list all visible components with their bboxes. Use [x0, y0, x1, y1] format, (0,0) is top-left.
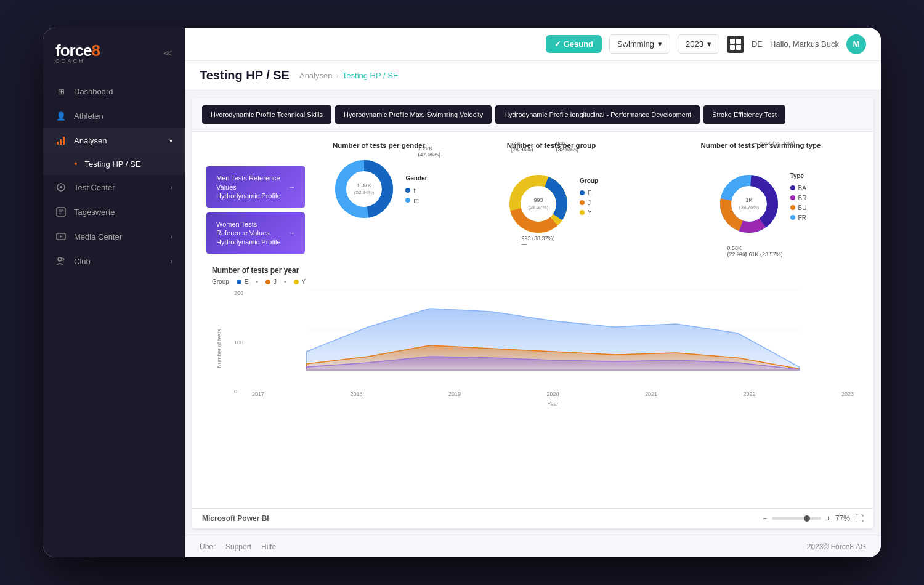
y-labels: 200 100 0 [234, 290, 249, 407]
tab-stroke-efficiency[interactable]: Stroke Efficiency Test [703, 105, 785, 124]
grid-icon[interactable] [727, 36, 744, 53]
svg-marker-10 [60, 235, 63, 238]
chart-swimming-content: — 0.4K (15.34%) [662, 155, 859, 238]
footer-links: Über Support Hilfe [200, 543, 276, 551]
year-dropdown[interactable]: 2023 ▾ [678, 34, 719, 54]
chevron-down-icon: ▾ [169, 137, 172, 144]
legend-title-group: Group [580, 177, 598, 184]
sidebar-item-analysen[interactable]: Analysen ▾ [43, 128, 185, 153]
footer-link-hilfe[interactable]: Hilfe [261, 543, 276, 551]
legend-dot-y [580, 210, 585, 215]
x-label-2018: 2018 [350, 391, 362, 397]
area-dot-e [237, 280, 241, 284]
legend-item-j: J [580, 200, 598, 206]
area-label-e: E [245, 278, 249, 285]
legend-dot-ba [790, 185, 795, 190]
svg-text:993: 993 [533, 197, 543, 203]
zoom-plus-icon[interactable]: + [826, 514, 830, 523]
legend-label-fr: FR [798, 214, 806, 221]
women-ref-button[interactable]: Women Tests Reference ValuesHydrodynamic… [206, 212, 305, 254]
x-axis-title: Year [252, 401, 854, 407]
chevron-right-icon: › [171, 233, 172, 240]
breadcrumb-analysen[interactable]: Analysen [299, 71, 332, 80]
chevron-right-icon: › [171, 258, 172, 265]
charts-area: Men Tests Reference ValuesHydrodynamic P… [192, 132, 873, 508]
user-greeting: Hallo, Markus Buck [770, 39, 839, 49]
group-label-846: 846(32.69%) [556, 140, 578, 153]
x-label-2020: 2020 [546, 391, 559, 397]
y-label-0: 0 [234, 389, 249, 395]
legend-item-bu: BU [790, 204, 807, 211]
area-chart-svg-wrap: 2017 2018 2019 2020 2021 2022 2023 [252, 290, 854, 407]
footer-link-support[interactable]: Support [225, 543, 251, 551]
chart-swimming-type: Number of tests per swimming type — 0.4K… [662, 142, 859, 254]
tab-hydrodynamic-longitudinal[interactable]: Hydrodynamic Profile longitudinal - Perf… [495, 105, 700, 124]
club-icon [55, 256, 67, 267]
area-legend-y: Y [294, 278, 306, 285]
avatar[interactable]: M [846, 34, 866, 54]
zoom-minus-icon[interactable]: − [763, 514, 767, 523]
legend-label-bu: BU [798, 204, 807, 211]
sidebar-item-dashboard[interactable]: ⊞ Dashboard [43, 79, 185, 103]
top-nav: ✓ Gesund Swimming ▾ 2023 ▾ DE Hallo, Mar… [185, 28, 881, 61]
tab-hydrodynamic-technical[interactable]: Hydrodynamic Profile Technical Skills [202, 105, 331, 124]
sidebar-item-label: Media Center [74, 232, 122, 241]
x-label-2019: 2019 [448, 391, 461, 397]
legend-item-fr: FR [790, 214, 807, 221]
chevron-right-icon: › [171, 184, 172, 191]
chevron-down-icon: ▾ [658, 39, 662, 49]
tab-hydrodynamic-max-velocity[interactable]: Hydrodynamic Profile Max. Swimming Veloc… [335, 105, 492, 124]
powerbi-footer: Microsoft Power BI − + 77% ⛶ [192, 508, 873, 528]
tab-row: Hydrodynamic Profile Technical Skills Hy… [192, 98, 873, 132]
y-axis-label: Number of tests [216, 329, 222, 368]
legend-dot-f [405, 188, 410, 193]
legend-label-ba: BA [798, 185, 806, 192]
gesund-button[interactable]: ✓ Gesund [546, 35, 602, 53]
sidebar-header: force8 COACH ≪ [43, 28, 185, 74]
powerbi-container: Hydrodynamic Profile Technical Skills Hy… [185, 91, 881, 536]
sidebar: force8 COACH ≪ ⊞ Dashboard 👤 Athleten [43, 28, 185, 557]
x-label-2017: 2017 [252, 391, 264, 397]
men-ref-button[interactable]: Men Tests Reference ValuesHydrodynamic P… [206, 166, 305, 208]
collapse-sidebar-button[interactable]: ≪ [163, 48, 172, 58]
breadcrumb-current[interactable]: Testing HP / SE [342, 71, 399, 80]
donut-gender: 1.37K (52.94%) [330, 155, 398, 223]
svg-point-15 [352, 177, 376, 201]
grid-cell [730, 39, 735, 44]
zoom-slider[interactable] [772, 517, 821, 520]
swimming-label: Swimming [617, 39, 654, 49]
svg-text:1.37K: 1.37K [357, 182, 372, 188]
sidebar-item-club[interactable]: Club › [43, 249, 185, 273]
gender-legend: Gender f m [405, 175, 427, 204]
svg-rect-0 [57, 142, 59, 145]
group-legend: Group E J [580, 177, 598, 216]
svg-text:(38.37%): (38.37%) [529, 204, 549, 210]
analysen-icon [55, 135, 67, 146]
men-ref-label: Men Tests Reference ValuesHydrodynamic P… [216, 174, 288, 200]
area-legend-j: J [265, 278, 277, 285]
swimming-dropdown[interactable]: Swimming ▾ [609, 34, 670, 54]
sidebar-item-athleten[interactable]: 👤 Athleten [43, 103, 185, 128]
fullscreen-icon[interactable]: ⛶ [855, 514, 864, 523]
area-legend-bullet2: • [284, 278, 286, 285]
legend-dot-fr [790, 215, 795, 220]
area-legend-bullet: • [256, 278, 258, 285]
legend-dot-j [580, 200, 585, 205]
language-label[interactable]: DE [752, 39, 763, 49]
legend-label-j: J [588, 200, 591, 206]
arrow-icon: → [288, 183, 295, 192]
footer-link-uber[interactable]: Über [200, 543, 216, 551]
group-label-749: 749(28.94%) [511, 140, 533, 153]
legend-label-e: E [588, 190, 592, 196]
page-footer: Über Support Hilfe 2023© Force8 AG [185, 536, 881, 557]
area-chart-wrapper: Number of tests 200 100 0 [212, 290, 854, 407]
legend-item-m: m [405, 197, 427, 204]
sidebar-item-label: Analysen [74, 136, 107, 145]
legend-label-m: m [413, 197, 418, 204]
sidebar-item-tageswerte[interactable]: Tageswerte [43, 200, 185, 224]
sidebar-sub-item-label: Testing HP / SE [85, 159, 141, 169]
x-axis-labels: 2017 2018 2019 2020 2021 2022 2023 [252, 389, 854, 400]
sidebar-item-test-center[interactable]: Test Center › [43, 175, 185, 200]
sidebar-item-media-center[interactable]: Media Center › [43, 224, 185, 249]
sidebar-item-testing-hp-se[interactable]: Testing HP / SE [43, 153, 185, 175]
